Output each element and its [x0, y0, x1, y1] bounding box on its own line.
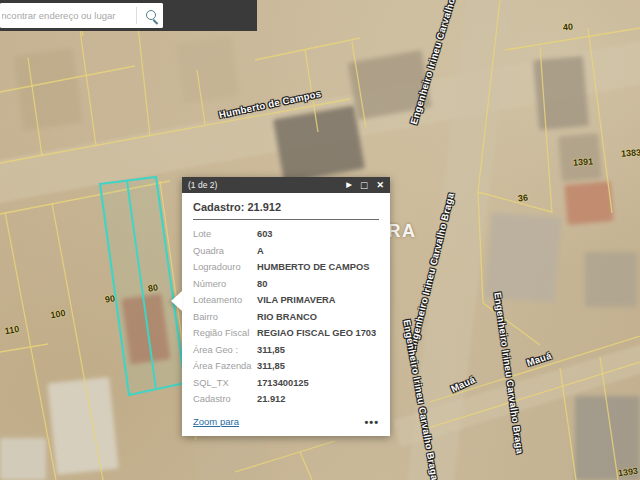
popup-title: Cadastro: 21.912: [193, 201, 379, 220]
attribute-row: QuadraA: [193, 243, 379, 260]
parcel-line: [0, 99, 350, 163]
attribute-value: RIO BRANCO: [257, 309, 317, 326]
feature-popup: (1 de 2) ▶ □ ✕ Cadastro: 21.912 Lote603Q…: [182, 177, 390, 436]
attribute-value: VILA PRIMAVERA: [257, 292, 336, 309]
attribute-row: Região FiscalREGIAO FISCAL GEO 1703: [193, 325, 379, 342]
close-icon[interactable]: ✕: [376, 177, 384, 193]
lot-number-label: 1391: [573, 156, 594, 167]
parcel-line: [588, 28, 612, 213]
popup-callout-arrow: [171, 291, 182, 311]
attribute-label: Região Fiscal: [193, 325, 257, 342]
parcel-line: [478, 192, 483, 303]
parcel-line: [235, 441, 335, 472]
parcel-line: [430, 336, 640, 402]
attribute-value: 311,85: [257, 358, 285, 375]
attribute-label: Área Geo :: [193, 342, 257, 359]
parcel-line: [428, 362, 640, 428]
popup-header[interactable]: (1 de 2) ▶ □ ✕: [182, 177, 390, 193]
parcel-line: [0, 66, 135, 92]
popup-pagination: (1 de 2): [188, 180, 217, 190]
lot-number-label: 80: [147, 282, 159, 294]
attribute-value: 311,85: [257, 342, 285, 359]
parcel-line: [540, 47, 552, 213]
lot-number-label: 36: [517, 193, 528, 204]
attribute-label: Cadastro: [193, 391, 257, 408]
parcel-line: [483, 303, 540, 345]
attribute-row: LogradouroHUMBERTO DE CAMPOS: [193, 259, 379, 276]
next-feature-icon[interactable]: ▶: [346, 177, 352, 193]
attribute-label: SQL_TX: [193, 375, 257, 392]
zoom-to-link[interactable]: Zoom para: [193, 416, 239, 427]
search-input[interactable]: [0, 3, 136, 28]
parcel-line: [52, 203, 103, 480]
search-icon: [146, 10, 156, 20]
search-button[interactable]: [137, 3, 163, 28]
parcel-line: [255, 38, 360, 60]
attribute-label: Bairro: [193, 309, 257, 326]
attribute-label: Logradouro: [193, 259, 257, 276]
attribute-value: HUMBERTO DE CAMPOS: [257, 259, 369, 276]
attribute-row: Área Geo :311,85: [193, 342, 379, 359]
parcel-line: [478, 0, 500, 192]
parcel-line: [600, 357, 618, 480]
parcel-line: [197, 70, 205, 124]
attribute-label: Lote: [193, 226, 257, 243]
parcel-line: [478, 192, 552, 212]
attribute-value: 21.912: [257, 391, 285, 408]
attribute-row: Cadastro21.912: [193, 391, 379, 408]
parcel-line: [80, 30, 96, 146]
parcel-line: [5, 212, 56, 480]
top-bar: [0, 0, 257, 31]
attribute-row: Área Fazenda311,85: [193, 358, 379, 375]
search-box: [0, 3, 163, 28]
parcel-line: [0, 344, 48, 352]
attribute-label: Área Fazenda: [193, 358, 257, 375]
attribute-label: Quadra: [193, 243, 257, 260]
maximize-icon[interactable]: □: [361, 177, 367, 193]
lot-number-label: 40: [562, 22, 573, 33]
attribute-value: 603: [257, 226, 273, 243]
attribute-row: SQL_TX1713400125: [193, 375, 379, 392]
parcel-line: [300, 452, 312, 480]
district-label-fragment: RA: [388, 221, 417, 242]
attribute-row: Número80: [193, 276, 379, 293]
parcel-line: [28, 58, 42, 156]
parcel-line: [352, 42, 366, 128]
attribute-value: 1713400125: [257, 375, 309, 392]
lot-number-label: 90: [104, 293, 116, 305]
attribute-label: Número: [193, 276, 257, 293]
attribute-table: Lote603QuadraALogradouroHUMBERTO DE CAMP…: [193, 226, 379, 408]
attribute-label: Loteamento: [193, 292, 257, 309]
attribute-row: Lote603: [193, 226, 379, 243]
popup-body: Cadastro: 21.912 Lote603QuadraALogradour…: [182, 193, 390, 436]
attribute-value: 80: [257, 276, 267, 293]
popup-footer: Zoom para •••: [193, 416, 379, 428]
attribute-value: REGIAO FISCAL GEO 1703: [257, 325, 376, 342]
more-options-button[interactable]: •••: [364, 416, 379, 428]
attribute-row: LoteamentoVILA PRIMAVERA: [193, 292, 379, 309]
attribute-value: A: [257, 243, 264, 260]
map-canvas[interactable]: Humberto de CamposEngenheiro Irineu Carv…: [0, 0, 640, 480]
attribute-row: BairroRIO BRANCO: [193, 309, 379, 326]
lot-number-label: 1383: [621, 147, 640, 158]
